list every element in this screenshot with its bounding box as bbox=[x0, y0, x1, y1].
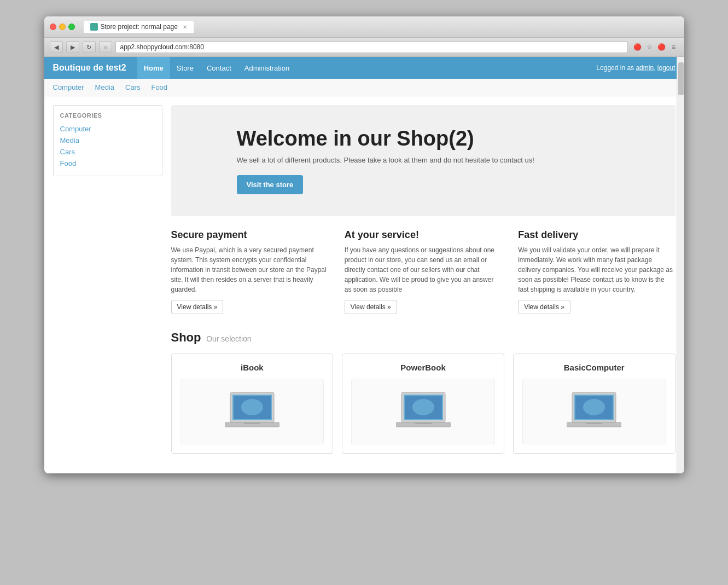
feature-title-2: Fast delivery bbox=[518, 229, 675, 241]
shop-section: Shop Our selection iBook bbox=[171, 331, 675, 454]
close-button[interactable] bbox=[50, 24, 56, 30]
view-details-button-1[interactable]: View details » bbox=[345, 300, 397, 314]
nav-link-home[interactable]: Home bbox=[137, 57, 170, 79]
feature-title-0: Secure payment bbox=[171, 229, 328, 241]
home-button[interactable]: ⌂ bbox=[99, 41, 112, 53]
shop-title: Shop bbox=[171, 331, 201, 344]
scrollbar[interactable] bbox=[677, 57, 684, 473]
browser-tab[interactable]: Store project: normal page ✕ bbox=[84, 21, 194, 33]
page-content: Boutique de test2 Home Store Contact Adm… bbox=[44, 57, 684, 473]
secondary-navigation: Computer Media Cars Food bbox=[44, 79, 684, 96]
svg-rect-17 bbox=[586, 422, 602, 424]
menu-icon[interactable]: ≡ bbox=[669, 42, 679, 52]
nav-link-store[interactable]: Store bbox=[170, 57, 200, 79]
visit-store-button[interactable]: Visit the store bbox=[237, 175, 304, 194]
auth-section: Logged in as admin, logout bbox=[596, 64, 675, 72]
feature-text-0: We use Paypal, which is a very secured p… bbox=[171, 245, 328, 294]
svg-point-3 bbox=[241, 399, 263, 415]
scrollbar-thumb[interactable] bbox=[678, 62, 684, 95]
traffic-lights bbox=[50, 24, 75, 30]
tab-title: Store project: normal page bbox=[101, 23, 178, 31]
categories-label: CATEGORIES bbox=[60, 112, 155, 119]
browser-window: Store project: normal page ✕ ◀ ▶ ↻ ⌂ 🔴 ☆… bbox=[44, 16, 684, 473]
tab-close-icon[interactable]: ✕ bbox=[183, 24, 187, 30]
svg-point-15 bbox=[583, 399, 605, 415]
view-details-button-0[interactable]: View details » bbox=[171, 300, 224, 314]
view-details-button-2[interactable]: View details » bbox=[518, 300, 570, 314]
refresh-button[interactable]: ↻ bbox=[83, 41, 96, 53]
product-image-1 bbox=[351, 379, 495, 444]
nav-link-contact[interactable]: Contact bbox=[200, 57, 238, 79]
main-layout: CATEGORIES Computer Media Cars Food Welc… bbox=[44, 96, 684, 473]
hero-banner: Welcome in our Shop(2) We sell a lot of … bbox=[171, 105, 675, 216]
nav-links: Home Store Contact Administration bbox=[137, 57, 597, 79]
logout-link[interactable]: logout bbox=[657, 64, 675, 72]
sidebar-item-media[interactable]: Media bbox=[60, 135, 155, 146]
toolbar-icons: 🔴 ☆ 🔴 ≡ bbox=[633, 42, 679, 52]
sidebar-item-computer[interactable]: Computer bbox=[60, 123, 155, 135]
sidebar-item-cars[interactable]: Cars bbox=[60, 146, 155, 158]
address-bar[interactable] bbox=[115, 41, 627, 53]
shop-subtitle: Our selection bbox=[206, 334, 251, 343]
secondary-nav-computer[interactable]: Computer bbox=[53, 83, 84, 91]
browser-toolbar: ◀ ▶ ↻ ⌂ 🔴 ☆ 🔴 ≡ bbox=[44, 38, 684, 57]
feature-secure-payment: Secure payment We use Paypal, which is a… bbox=[171, 229, 328, 314]
feature-title-1: At your service! bbox=[345, 229, 502, 241]
browser-titlebar: Store project: normal page ✕ bbox=[44, 16, 684, 38]
tab-favicon bbox=[90, 23, 98, 31]
minimize-button[interactable] bbox=[59, 24, 66, 30]
svg-rect-5 bbox=[244, 422, 260, 424]
features-section: Secure payment We use Paypal, which is a… bbox=[171, 229, 675, 314]
feature-service: At your service! If you have any questio… bbox=[345, 229, 502, 314]
secondary-nav-cars[interactable]: Cars bbox=[125, 83, 140, 91]
product-image-2 bbox=[522, 379, 666, 444]
secondary-nav-food[interactable]: Food bbox=[151, 83, 167, 91]
hero-title: Welcome in our Shop(2) bbox=[237, 127, 654, 150]
product-card-2[interactable]: BasicComputer bbox=[513, 354, 675, 454]
forward-button[interactable]: ▶ bbox=[66, 41, 79, 53]
secondary-nav-media[interactable]: Media bbox=[95, 83, 114, 91]
feature-text-2: We you will validate your order, we will… bbox=[518, 245, 675, 294]
bookmark-icon[interactable]: ☆ bbox=[645, 42, 655, 52]
product-name-0: iBook bbox=[180, 363, 324, 372]
hero-subtitle: We sell a lot of different products. Ple… bbox=[237, 156, 654, 164]
product-name-2: BasicComputer bbox=[522, 363, 666, 372]
admin-link[interactable]: admin bbox=[636, 64, 654, 72]
security-icon[interactable]: 🔴 bbox=[657, 42, 667, 52]
sidebar: CATEGORIES Computer Media Cars Food bbox=[53, 105, 162, 465]
sidebar-box: CATEGORIES Computer Media Cars Food bbox=[53, 105, 162, 176]
product-image-0 bbox=[180, 379, 324, 444]
sidebar-item-food[interactable]: Food bbox=[60, 158, 155, 169]
feature-fast-delivery: Fast delivery We you will validate your … bbox=[518, 229, 675, 314]
logged-in-text: Logged in as bbox=[596, 64, 634, 72]
extensions-icon[interactable]: 🔴 bbox=[633, 42, 643, 52]
top-navigation: Boutique de test2 Home Store Contact Adm… bbox=[44, 57, 684, 79]
product-card-1[interactable]: PowerBook bbox=[342, 354, 504, 454]
shop-header: Shop Our selection bbox=[171, 331, 675, 345]
svg-rect-11 bbox=[415, 422, 432, 424]
browser-content: Boutique de test2 Home Store Contact Adm… bbox=[44, 57, 684, 473]
maximize-button[interactable] bbox=[68, 24, 75, 30]
feature-text-1: If you have any questions or suggestions… bbox=[345, 245, 502, 294]
main-content-area: Welcome in our Shop(2) We sell a lot of … bbox=[171, 105, 675, 465]
svg-point-9 bbox=[412, 399, 434, 415]
back-button[interactable]: ◀ bbox=[50, 41, 63, 53]
product-card-0[interactable]: iBook bbox=[171, 354, 334, 454]
products-grid: iBook bbox=[171, 354, 675, 454]
nav-link-administration[interactable]: Administration bbox=[238, 57, 296, 79]
product-name-1: PowerBook bbox=[351, 363, 495, 372]
brand-name[interactable]: Boutique de test2 bbox=[53, 63, 126, 73]
